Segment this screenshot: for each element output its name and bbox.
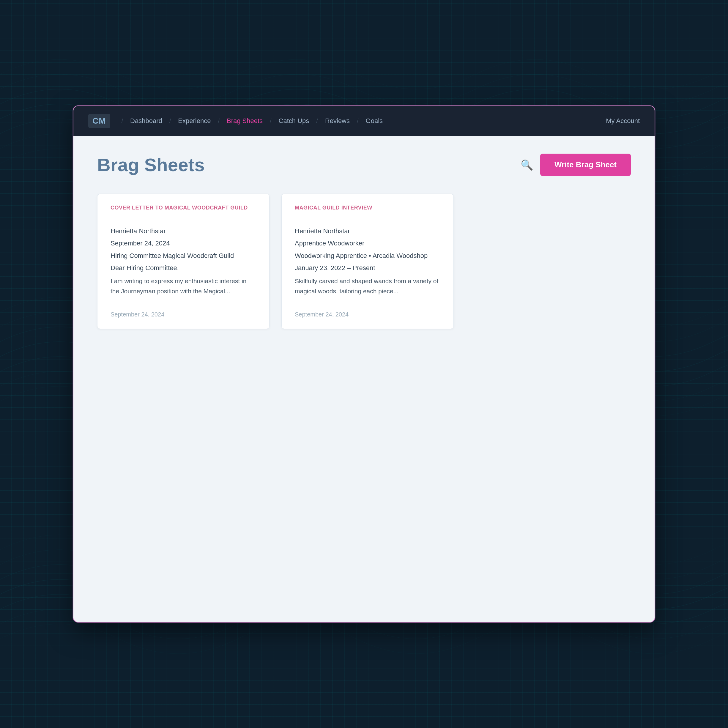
card-1-date-line: September 24, 2024 [110, 238, 256, 249]
card-2-footer-date: September 24, 2024 [295, 305, 440, 318]
logo: CM [88, 114, 110, 128]
nav-goals[interactable]: Goals [359, 115, 390, 127]
nav-experience[interactable]: Experience [171, 115, 218, 127]
nav-brag-sheets[interactable]: Brag Sheets [220, 115, 270, 127]
page-title: Brag Sheets [97, 154, 205, 175]
search-icon: 🔍 [521, 159, 533, 171]
card-1-author: Henrietta Northstar [110, 226, 256, 237]
search-button[interactable]: 🔍 [521, 159, 533, 171]
card-1-body: Henrietta Northstar September 24, 2024 H… [110, 226, 256, 297]
nav-links: / Dashboard / Experience / Brag Sheets /… [122, 115, 604, 127]
card-2-company: Woodworking Apprentice • Arcadia Woodsho… [295, 250, 440, 261]
card-2-role: Apprentice Woodworker [295, 238, 440, 249]
header-actions: 🔍 Write Brag Sheet [521, 154, 631, 176]
write-brag-sheet-button[interactable]: Write Brag Sheet [540, 154, 631, 176]
app-window: CM / Dashboard / Experience / Brag Sheet… [73, 106, 655, 622]
card-1-footer-date: September 24, 2024 [110, 305, 256, 318]
main-content: Brag Sheets 🔍 Write Brag Sheet COVER LET… [73, 136, 655, 622]
card-1-body-text: I am writing to express my enthusiastic … [110, 276, 256, 297]
cards-grid: COVER LETTER TO MAGICAL WOODCRAFT GUILD … [97, 194, 631, 329]
card-2-author: Henrietta Northstar [295, 226, 440, 237]
card-2-title: MAGICAL GUILD INTERVIEW [295, 205, 440, 217]
card-1-greeting: Dear Hiring Committee, [110, 262, 256, 273]
card-1-title: COVER LETTER TO MAGICAL WOODCRAFT GUILD [110, 205, 256, 217]
brag-sheet-card-1[interactable]: COVER LETTER TO MAGICAL WOODCRAFT GUILD … [97, 194, 269, 329]
nav-dashboard[interactable]: Dashboard [123, 115, 169, 127]
card-2-date-range: January 23, 2022 – Present [295, 262, 440, 273]
brag-sheet-card-2[interactable]: MAGICAL GUILD INTERVIEW Henrietta Norths… [281, 194, 454, 329]
my-account-link[interactable]: My Account [606, 117, 640, 125]
card-2-body-text: Skillfully carved and shaped wands from … [295, 276, 440, 297]
page-header: Brag Sheets 🔍 Write Brag Sheet [97, 154, 631, 176]
card-1-role-line: Hiring Committee Magical Woodcraft Guild [110, 250, 256, 261]
nav-catch-ups[interactable]: Catch Ups [272, 115, 317, 127]
card-2-body: Henrietta Northstar Apprentice Woodworke… [295, 226, 440, 297]
nav-reviews[interactable]: Reviews [318, 115, 357, 127]
navbar: CM / Dashboard / Experience / Brag Sheet… [73, 106, 655, 136]
